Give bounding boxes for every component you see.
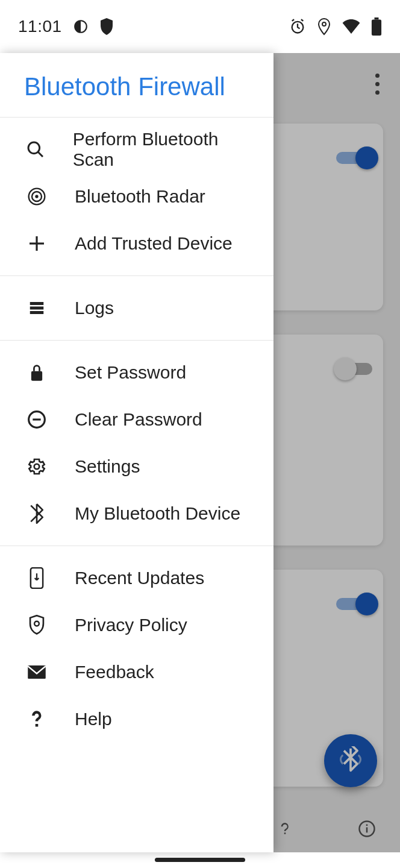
menu-label: Feedback bbox=[75, 662, 154, 682]
logs-icon bbox=[24, 299, 49, 317]
menu-label: Perform Bluetooth Scan bbox=[73, 129, 249, 170]
menu-item-radar[interactable]: Bluetooth Radar bbox=[0, 173, 273, 220]
svg-rect-16 bbox=[31, 371, 42, 381]
svg-rect-1 bbox=[372, 19, 381, 36]
mail-icon bbox=[24, 664, 49, 680]
bluetooth-icon bbox=[24, 503, 49, 524]
menu-label: Settings bbox=[75, 456, 140, 477]
plus-icon bbox=[24, 234, 49, 253]
menu-label: Bluetooth Radar bbox=[75, 186, 205, 207]
search-icon bbox=[24, 140, 48, 159]
menu-item-clear-password[interactable]: Clear Password bbox=[0, 396, 273, 443]
drawer-header: Bluetooth Firewall bbox=[0, 53, 273, 117]
menu-label: Recent Updates bbox=[75, 568, 204, 588]
navigation-drawer: Bluetooth Firewall Perform Bluetooth Sca… bbox=[0, 53, 273, 852]
svg-rect-15 bbox=[30, 311, 44, 314]
shield-status-icon bbox=[99, 18, 114, 35]
menu-label: Set Password bbox=[75, 362, 186, 383]
svg-line-7 bbox=[38, 152, 43, 157]
svg-rect-13 bbox=[30, 302, 44, 305]
wifi-icon bbox=[342, 19, 360, 34]
menu-item-my-device[interactable]: My Bluetooth Device bbox=[0, 490, 273, 537]
menu-item-scan[interactable]: Perform Bluetooth Scan bbox=[0, 126, 273, 173]
menu-item-set-password[interactable]: Set Password bbox=[0, 349, 273, 396]
shield-icon bbox=[24, 615, 49, 635]
svg-rect-14 bbox=[30, 307, 44, 310]
svg-point-21 bbox=[34, 621, 39, 626]
svg-point-10 bbox=[35, 195, 38, 198]
menu-item-updates[interactable]: Recent Updates bbox=[0, 555, 273, 602]
menu-label: Help bbox=[75, 709, 112, 729]
status-bar: 11:01 bbox=[0, 0, 400, 53]
alarm-icon bbox=[289, 18, 306, 35]
gear-icon bbox=[24, 457, 49, 476]
drawer-title: Bluetooth Firewall bbox=[24, 72, 249, 101]
svg-point-6 bbox=[28, 142, 40, 154]
help-icon bbox=[24, 709, 49, 729]
menu-item-help[interactable]: Help bbox=[0, 696, 273, 743]
svg-point-0 bbox=[322, 22, 326, 26]
dnd-icon bbox=[73, 19, 89, 34]
menu-label: Clear Password bbox=[75, 409, 202, 430]
location-icon bbox=[317, 17, 331, 36]
menu-item-feedback[interactable]: Feedback bbox=[0, 649, 273, 696]
menu-item-settings[interactable]: Settings bbox=[0, 443, 273, 490]
menu-label: My Bluetooth Device bbox=[75, 503, 240, 524]
lock-icon bbox=[24, 363, 49, 382]
menu-label: Logs bbox=[75, 298, 114, 318]
radar-icon bbox=[24, 187, 49, 206]
status-time: 11:01 bbox=[18, 17, 62, 36]
phone-update-icon bbox=[24, 567, 49, 589]
menu-item-logs[interactable]: Logs bbox=[0, 285, 273, 332]
menu-label: Privacy Policy bbox=[75, 615, 187, 635]
svg-rect-2 bbox=[375, 17, 379, 19]
menu-label: Add Trusted Device bbox=[75, 233, 233, 254]
gesture-bar[interactable] bbox=[155, 858, 245, 862]
battery-icon bbox=[371, 17, 382, 36]
menu-item-add-trusted[interactable]: Add Trusted Device bbox=[0, 220, 273, 267]
menu-item-privacy[interactable]: Privacy Policy bbox=[0, 602, 273, 649]
clear-icon bbox=[24, 410, 49, 429]
